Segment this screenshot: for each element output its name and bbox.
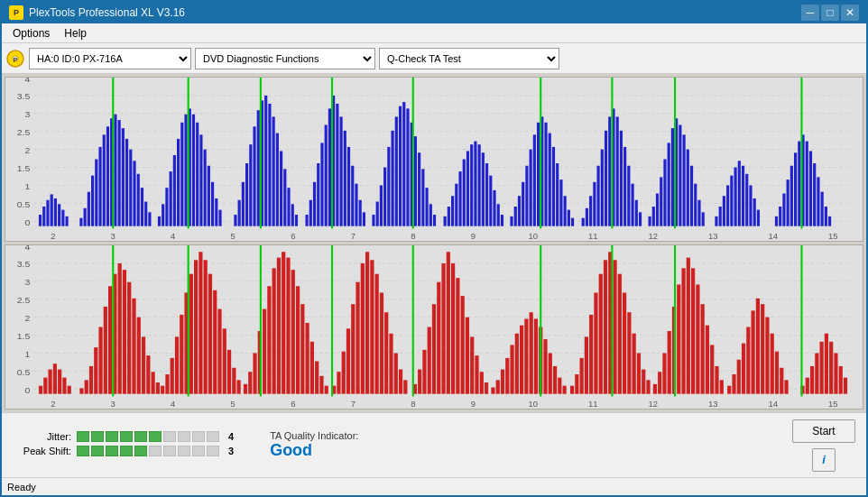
svg-rect-181 [660,177,662,225]
svg-text:6: 6 [291,233,295,241]
svg-rect-285 [161,386,164,394]
svg-rect-131 [451,196,454,225]
ta-quality-label: TA Quality Indicator: [270,430,358,441]
svg-text:7: 7 [351,400,356,409]
svg-rect-123 [414,136,417,226]
svg-rect-196 [726,185,729,225]
svg-rect-396 [706,326,709,394]
svg-rect-217 [821,192,824,226]
svg-rect-166 [597,166,600,226]
svg-rect-279 [132,299,135,394]
svg-text:0: 0 [25,218,31,227]
svg-rect-395 [701,304,705,394]
svg-rect-218 [825,207,827,226]
svg-rect-289 [180,315,183,394]
svg-rect-191 [697,200,700,226]
svg-rect-72 [196,123,199,226]
svg-rect-43 [79,218,82,226]
svg-rect-113 [376,202,379,226]
svg-rect-330 [380,292,383,393]
svg-rect-167 [601,150,604,226]
svg-rect-343 [447,252,450,393]
app-window: P PlexTools Professional XL V3.16 ─ □ ✕ … [0,0,868,497]
svg-text:3: 3 [25,110,31,119]
title-bar: P PlexTools Professional XL V3.16 ─ □ ✕ [2,2,866,23]
svg-text:3: 3 [111,233,115,241]
svg-rect-326 [361,263,365,394]
svg-text:4: 4 [171,400,175,409]
svg-rect-210 [794,152,797,225]
svg-rect-111 [363,212,365,225]
svg-rect-68 [180,123,183,226]
minimize-button[interactable]: ─ [801,5,819,21]
svg-rect-406 [756,299,760,394]
jitter-bar [77,431,219,442]
svg-rect-333 [394,353,398,393]
svg-rect-176 [635,200,638,226]
svg-rect-298 [223,328,226,393]
svg-rect-89 [272,116,275,225]
ps-seg-4 [120,446,133,456]
svg-text:10: 10 [529,400,539,409]
app-icon: P [9,5,23,20]
test-select[interactable]: Q-Check TA Test [379,48,559,69]
svg-text:13: 13 [708,233,718,241]
svg-rect-283 [152,372,155,393]
svg-rect-66 [173,155,176,226]
svg-text:2: 2 [25,314,31,323]
svg-rect-194 [719,207,722,226]
svg-rect-272 [98,327,102,394]
function-select[interactable]: DVD Diagnostic Functions [195,48,375,69]
menu-help[interactable]: Help [57,25,94,41]
info-button[interactable]: i [812,448,836,472]
svg-rect-264 [53,364,57,393]
device-select[interactable]: HA:0 ID:0 PX-716A [29,48,191,69]
svg-rect-361 [534,318,538,393]
svg-rect-108 [351,166,354,226]
svg-rect-346 [461,296,465,394]
svg-rect-188 [687,150,689,226]
svg-rect-311 [286,258,290,394]
close-button[interactable]: ✕ [841,5,859,21]
svg-rect-402 [737,360,741,394]
maximize-button[interactable]: □ [821,5,839,21]
peakshift-label: Peak Shift: [13,446,71,456]
status-text: Ready [7,482,36,492]
svg-rect-148 [522,182,524,226]
window-title: PlexTools Professional XL V3.16 [29,6,185,19]
svg-rect-306 [263,309,266,394]
svg-rect-40 [58,204,60,225]
svg-rect-295 [208,274,212,394]
svg-rect-116 [387,147,390,226]
svg-rect-175 [632,184,634,226]
jitter-seg-6 [149,431,162,442]
svg-rect-162 [582,218,585,226]
svg-rect-193 [715,216,717,226]
svg-rect-157 [556,163,559,226]
svg-rect-261 [39,386,42,394]
svg-rect-414 [806,378,809,394]
svg-rect-74 [204,150,207,226]
svg-rect-375 [604,260,607,393]
svg-rect-303 [248,372,252,393]
svg-rect-37 [46,200,49,226]
svg-rect-397 [710,345,714,393]
svg-rect-417 [820,342,824,394]
menu-options[interactable]: Options [5,25,57,41]
title-bar-controls: ─ □ ✕ [801,5,859,21]
svg-rect-366 [558,378,561,394]
svg-rect-180 [656,194,659,226]
svg-rect-119 [399,106,402,226]
start-button[interactable]: Start [792,419,855,443]
svg-rect-208 [787,179,790,226]
svg-rect-329 [375,274,379,394]
svg-rect-201 [745,174,748,226]
svg-text:12: 12 [649,233,659,241]
svg-rect-265 [58,370,61,394]
svg-rect-405 [752,310,755,393]
svg-rect-80 [238,200,241,226]
svg-rect-368 [570,386,574,394]
svg-rect-211 [798,142,800,226]
svg-rect-213 [806,142,808,226]
svg-text:14: 14 [769,400,779,409]
